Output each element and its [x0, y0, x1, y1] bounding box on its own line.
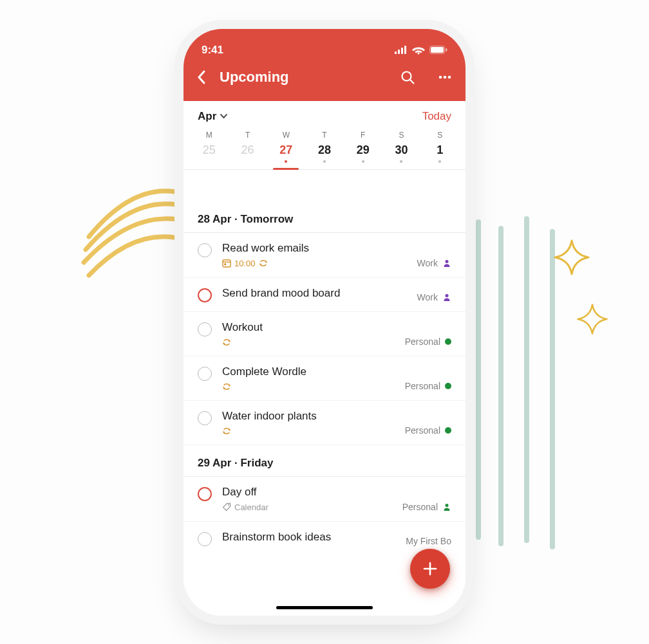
svg-rect-6	[446, 48, 447, 51]
task-project[interactable]: Work	[417, 258, 451, 268]
task-checkbox[interactable]	[198, 487, 212, 501]
task-title: Day off	[222, 486, 392, 499]
chevron-down-icon	[220, 113, 228, 120]
task-project[interactable]: Personal	[402, 502, 451, 512]
task-project[interactable]: Personal	[405, 381, 451, 391]
task-body: Send brand mood board	[222, 287, 407, 300]
project-label: My First Bo	[406, 536, 451, 546]
task-project[interactable]: My First Bo	[406, 536, 451, 546]
task-checkbox[interactable]	[198, 367, 212, 381]
back-button[interactable]	[193, 68, 211, 86]
more-icon	[437, 69, 453, 85]
month-row: Apr Today	[183, 101, 466, 128]
page-title: Upcoming	[220, 69, 392, 86]
svg-rect-12	[223, 260, 230, 267]
today-link[interactable]: Today	[422, 110, 451, 123]
day-col-wed[interactable]: W 27	[267, 128, 305, 169]
task-checkbox[interactable]	[198, 322, 212, 336]
day-dot	[400, 160, 402, 163]
task-checkbox[interactable]	[198, 288, 212, 302]
plus-icon	[421, 560, 439, 578]
svg-rect-1	[398, 50, 400, 54]
day-dot	[285, 160, 287, 163]
day-col-sun[interactable]: S 1	[420, 128, 459, 169]
wifi-icon	[412, 46, 425, 55]
cellular-icon	[395, 46, 408, 54]
search-button[interactable]	[399, 68, 417, 86]
home-indicator	[276, 606, 373, 609]
project-label: Personal	[405, 336, 440, 347]
section-header: 28 Apr · Tomorrow	[183, 201, 466, 233]
person-icon	[442, 502, 451, 511]
task-project[interactable]: Work	[417, 292, 451, 302]
task-title: Brainstorm book ideas	[222, 531, 395, 544]
selected-day-underline	[273, 168, 299, 170]
project-dot-icon	[445, 383, 451, 389]
task-body: Day off Calendar	[222, 486, 392, 512]
person-icon	[442, 293, 451, 302]
task-meta	[222, 338, 395, 347]
day-dot	[323, 160, 326, 163]
task-title: Read work emails	[222, 242, 407, 255]
more-button[interactable]	[436, 68, 454, 86]
task-body: Brainstorm book ideas	[222, 531, 395, 544]
search-icon	[400, 69, 415, 85]
dow-label: T	[322, 131, 326, 140]
decor-sparkle-icon	[576, 302, 609, 336]
project-dot-icon	[445, 427, 451, 434]
svg-line-8	[410, 80, 414, 84]
task-project-area: Work	[417, 287, 451, 302]
task-body: Read work emails 10:00	[222, 242, 407, 268]
nav-bar: Upcoming	[183, 60, 466, 101]
task-project[interactable]: Personal	[405, 336, 451, 347]
task-row[interactable]: Send brand mood board Work	[183, 278, 466, 312]
project-label: Personal	[405, 425, 440, 436]
day-number: 28	[318, 143, 331, 157]
day-col-sat[interactable]: S 30	[382, 128, 421, 169]
task-checkbox[interactable]	[198, 532, 212, 546]
phone-frame: 9:41 Upcoming Apr Today	[183, 29, 466, 616]
task-project-area: Work	[417, 242, 451, 268]
svg-rect-5	[431, 47, 444, 53]
svg-point-18	[446, 504, 449, 507]
month-picker[interactable]: Apr	[198, 110, 228, 123]
day-col-tue[interactable]: T 26	[229, 128, 267, 169]
day-number: 1	[437, 143, 443, 157]
person-icon	[442, 259, 451, 268]
task-project[interactable]: Personal	[405, 425, 451, 436]
day-col-mon[interactable]: M 25	[190, 128, 229, 169]
task-checkbox[interactable]	[198, 243, 212, 257]
task-title: Workout	[222, 321, 395, 334]
task-project-area: Personal	[405, 321, 451, 347]
recurring-icon	[222, 427, 231, 436]
task-body: Complete Wordle	[222, 365, 395, 391]
task-meta: Calendar	[222, 502, 392, 512]
status-bar: 9:41	[183, 41, 466, 60]
task-checkbox[interactable]	[198, 411, 212, 425]
recurring-icon	[259, 259, 268, 268]
add-task-fab[interactable]	[410, 549, 450, 589]
day-col-thu[interactable]: T 28	[305, 128, 344, 169]
day-dot	[438, 160, 441, 163]
task-row[interactable]: Workout Personal	[183, 312, 466, 356]
day-number: 29	[357, 143, 370, 157]
svg-rect-14	[224, 263, 226, 265]
task-time: 10:00	[234, 259, 256, 268]
dow-label: S	[437, 131, 442, 140]
dow-label: T	[245, 131, 250, 140]
task-row[interactable]: Day off Calendar Personal	[183, 477, 466, 522]
dow-label: S	[399, 131, 404, 140]
svg-point-10	[444, 75, 447, 78]
recurring-icon	[222, 382, 231, 391]
task-row[interactable]: Water indoor plants Personal	[183, 401, 466, 445]
dow-label: M	[206, 131, 212, 140]
section-header: 29 Apr · Friday	[183, 445, 466, 477]
task-label: Calendar	[234, 502, 268, 512]
task-row[interactable]: Read work emails 10:00 Work	[183, 233, 466, 278]
calendar-icon	[222, 259, 231, 268]
project-label: Work	[417, 258, 438, 268]
day-number: 25	[203, 143, 216, 157]
day-col-fri[interactable]: F 29	[344, 128, 382, 169]
task-row[interactable]: Complete Wordle Personal	[183, 356, 466, 401]
month-label: Apr	[198, 110, 216, 123]
